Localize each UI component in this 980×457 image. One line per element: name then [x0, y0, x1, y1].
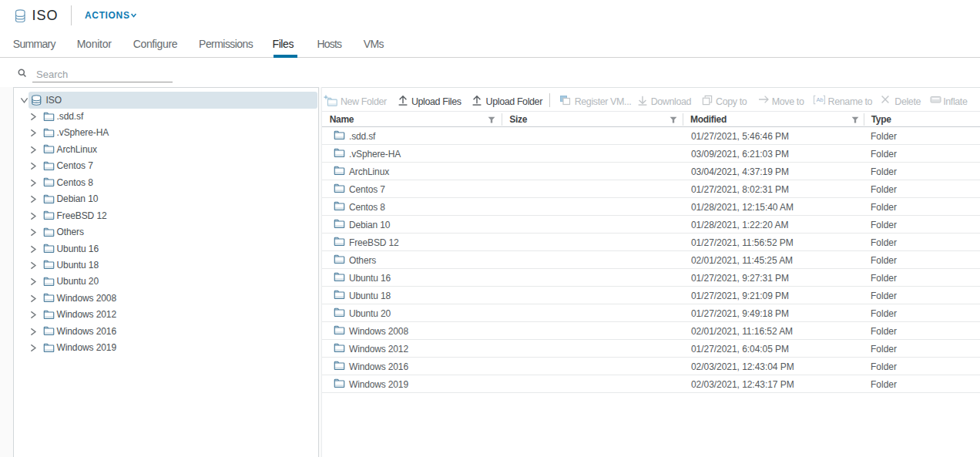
svg-text:Ab: Ab: [817, 96, 824, 103]
